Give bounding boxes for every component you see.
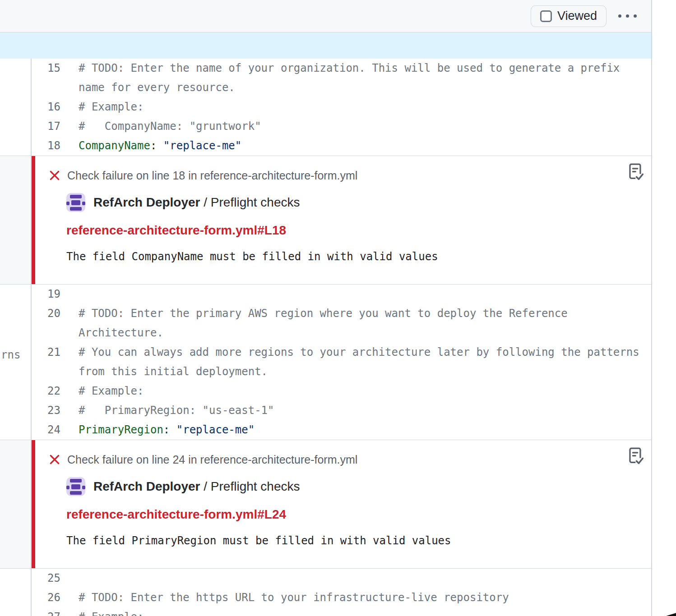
code-line: 15 # TODO: Enter the name of your organi… bbox=[0, 59, 651, 78]
check-name[interactable]: RefArch Deployer bbox=[93, 195, 200, 209]
code-text: # Example: bbox=[60, 97, 144, 117]
code-text: # Example: bbox=[60, 607, 144, 616]
code-line: from this initial deployment. bbox=[0, 362, 651, 382]
code-line: 26 # TODO: Enter the https URL to your i… bbox=[0, 588, 651, 607]
expand-hunk-row[interactable] bbox=[0, 32, 651, 59]
line-number[interactable]: 25 bbox=[32, 569, 60, 588]
code-text: # CompanyName: "gruntwork" bbox=[60, 117, 261, 136]
check-context: / Preflight checks bbox=[200, 479, 300, 493]
x-failure-icon bbox=[49, 454, 60, 465]
code-line: name for every resource. bbox=[0, 78, 651, 97]
line-number[interactable]: 20 bbox=[32, 304, 60, 323]
kebab-menu-icon[interactable] bbox=[616, 10, 639, 22]
code-segment: # TODO: Enter the https URL to your infr… bbox=[79, 591, 509, 604]
annotation-title: Check failure on line 24 in reference-ar… bbox=[67, 453, 357, 466]
code-segment: # Example: bbox=[79, 101, 144, 113]
check-annotation: Check failure on line 24 in reference-ar… bbox=[0, 440, 651, 569]
line-number[interactable]: 18 bbox=[32, 136, 60, 156]
left-pane-gutter bbox=[0, 59, 32, 78]
line-number[interactable]: 24 bbox=[32, 420, 60, 440]
annotation-file-link[interactable]: reference-architecture-form.yml#L24 bbox=[66, 507, 620, 522]
code-text: # TODO: Enter the name of your organizat… bbox=[60, 59, 620, 78]
annotation-message: The field CompanyName must be filled in … bbox=[66, 250, 620, 263]
code-line: 24 PrimaryRegion: "replace-me" bbox=[0, 420, 651, 440]
code-text: # Example: bbox=[60, 382, 144, 401]
line-number[interactable]: 19 bbox=[32, 285, 60, 304]
left-pane-gutter bbox=[0, 117, 32, 136]
check-annotation: Check failure on line 18 in reference-ar… bbox=[0, 156, 651, 285]
code-segment: : bbox=[163, 423, 176, 436]
code-segment: # CompanyName: "gruntwork" bbox=[79, 120, 261, 133]
line-number[interactable]: 22 bbox=[32, 382, 60, 401]
code-line: 22 # Example: bbox=[0, 382, 651, 401]
check-context: / Preflight checks bbox=[200, 195, 300, 209]
left-pane-gutter bbox=[0, 607, 32, 616]
left-pane-gutter bbox=[0, 440, 32, 568]
line-number[interactable]: 15 bbox=[32, 59, 60, 78]
left-pane-gutter bbox=[0, 362, 32, 382]
file-diff-container: Viewed 15 # TODO: Enter the name of your… bbox=[0, 0, 652, 616]
code-segment: # Example: bbox=[79, 611, 144, 616]
annotation-note-icon[interactable] bbox=[628, 163, 644, 181]
code-line: 17 # CompanyName: "gruntwork" bbox=[0, 117, 651, 136]
code-line: 20 # TODO: Enter the primary AWS region … bbox=[0, 304, 651, 323]
code-text: # TODO: Enter the primary AWS region whe… bbox=[60, 304, 568, 323]
code-segment: # TODO: Enter the primary AWS region whe… bbox=[79, 307, 568, 320]
code-segment: : bbox=[150, 139, 163, 152]
code-text: # You can always add more regions to you… bbox=[60, 343, 639, 362]
check-name[interactable]: RefArch Deployer bbox=[93, 479, 200, 493]
line-number[interactable]: 17 bbox=[32, 117, 60, 136]
code-segment: # PrimaryRegion: "us-east-1" bbox=[79, 404, 274, 417]
annotation-title: Check failure on line 18 in reference-ar… bbox=[67, 169, 357, 182]
line-number[interactable]: 16 bbox=[32, 97, 60, 117]
left-pane-gutter bbox=[0, 420, 32, 440]
left-pane-clipped-text: rns bbox=[1, 345, 20, 365]
left-pane-gutter bbox=[0, 304, 32, 323]
code-segment: "replace-me" bbox=[163, 139, 241, 152]
annotation-message: The field PrimaryRegion must be filled i… bbox=[66, 534, 620, 547]
refarch-deployer-avatar bbox=[66, 193, 85, 212]
code-segment: # You can always add more regions to you… bbox=[79, 346, 639, 359]
annotation-note-icon[interactable] bbox=[628, 447, 644, 465]
code-line: 27 # Example: bbox=[0, 607, 651, 616]
check-annotation-body: Check failure on line 18 in reference-ar… bbox=[32, 156, 651, 284]
annotation-file-link[interactable]: reference-architecture-form.yml#L18 bbox=[66, 223, 620, 238]
code-line: Architecture. bbox=[0, 323, 651, 343]
code-line: 21 # You can always add more regions to … bbox=[0, 343, 651, 362]
x-failure-icon bbox=[49, 170, 60, 181]
line-number[interactable]: 23 bbox=[32, 401, 60, 420]
code-segment: CompanyName bbox=[79, 139, 150, 152]
cursor-artifact bbox=[666, 612, 676, 616]
code-line: 19 bbox=[0, 285, 651, 304]
line-number[interactable]: 21 bbox=[32, 343, 60, 362]
code-line: 16 # Example: bbox=[0, 97, 651, 117]
code-text: Architecture. bbox=[60, 323, 163, 343]
file-sections: 15 # TODO: Enter the name of your organi… bbox=[0, 59, 651, 616]
left-pane-gutter bbox=[0, 569, 32, 588]
diff-page: Viewed 15 # TODO: Enter the name of your… bbox=[0, 0, 676, 616]
left-pane-gutter bbox=[0, 401, 32, 420]
code-segment: name for every resource. bbox=[79, 81, 235, 94]
check-annotation-body: Check failure on line 24 in reference-ar… bbox=[32, 440, 651, 568]
line-number[interactable]: 27 bbox=[32, 607, 60, 616]
code-text: name for every resource. bbox=[60, 78, 235, 97]
viewed-button[interactable]: Viewed bbox=[531, 5, 607, 27]
line-number[interactable]: 26 bbox=[32, 588, 60, 607]
code-line: 25 bbox=[0, 569, 651, 588]
file-header: Viewed bbox=[0, 0, 651, 32]
code-line: 23 # PrimaryRegion: "us-east-1" bbox=[0, 401, 651, 420]
code-text: # PrimaryRegion: "us-east-1" bbox=[60, 401, 274, 420]
code-text: CompanyName: "replace-me" bbox=[60, 136, 241, 156]
code-text: from this initial deployment. bbox=[60, 362, 268, 382]
left-pane-gutter bbox=[0, 588, 32, 607]
code-segment: PrimaryRegion bbox=[79, 423, 163, 436]
code-segment: from this initial deployment. bbox=[79, 365, 268, 378]
code-block: 25 26 # TODO: Enter the https URL to you… bbox=[0, 569, 651, 616]
code-text: PrimaryRegion: "replace-me" bbox=[60, 420, 255, 440]
viewed-checkbox[interactable] bbox=[540, 10, 552, 22]
code-block: 19 20 # TODO: Enter the primary AWS regi… bbox=[0, 285, 651, 440]
code-segment: Architecture. bbox=[79, 326, 163, 339]
code-segment: # TODO: Enter the name of your organizat… bbox=[79, 62, 620, 74]
code-segment: "replace-me" bbox=[176, 423, 255, 436]
left-pane-gutter bbox=[0, 97, 32, 117]
